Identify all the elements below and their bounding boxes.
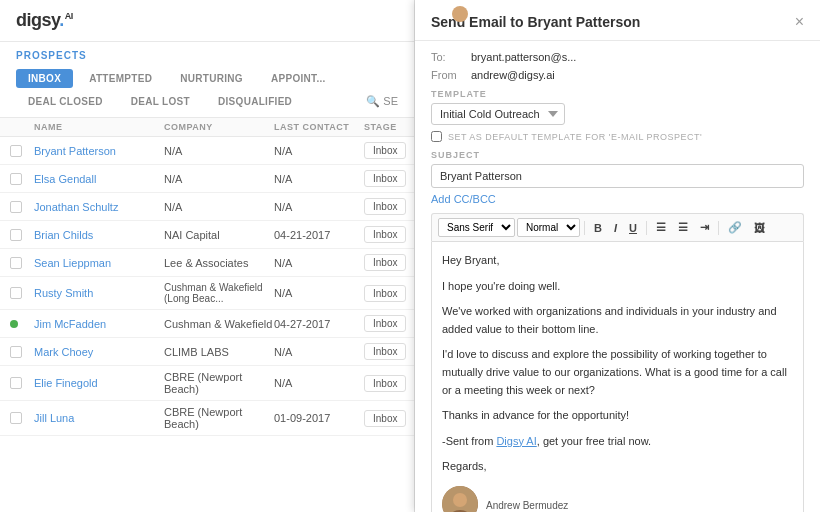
table-row: Elie Finegold CBRE (Newport Beach) N/A I… bbox=[0, 366, 414, 401]
editor-toolbar: Sans Serif Normal B I U ☰ ☰ ⇥ 🔗 🖼 bbox=[431, 213, 804, 241]
row-checkbox[interactable] bbox=[10, 377, 22, 389]
tab-row-2: DEAL CLOSED DEAL LOST DISQUALIFIED 🔍 SE bbox=[16, 92, 398, 111]
tab-disqualified[interactable]: DISQUALIFIED bbox=[206, 92, 304, 111]
prospect-company: CBRE (Newport Beach) bbox=[164, 371, 274, 395]
table-row: Mark Choey CLIMB LABS N/A Inbox bbox=[0, 338, 414, 366]
prospect-company: CLIMB LABS bbox=[164, 346, 274, 358]
row-checkbox[interactable] bbox=[10, 229, 22, 241]
link-button[interactable]: 🔗 bbox=[723, 219, 747, 236]
toolbar-divider-2 bbox=[646, 221, 647, 235]
from-label: From bbox=[431, 69, 471, 81]
tab-deal-lost[interactable]: DEAL LOST bbox=[119, 92, 202, 111]
tab-deal-closed[interactable]: DEAL CLOSED bbox=[16, 92, 115, 111]
body-love: I'd love to discuss and explore the poss… bbox=[442, 346, 793, 399]
row-checkbox[interactable] bbox=[10, 257, 22, 269]
font-size-select[interactable]: Normal bbox=[517, 218, 580, 237]
modal-header: Send Email to Bryant Patterson × bbox=[415, 0, 820, 41]
template-section-label: TEMPLATE bbox=[431, 89, 804, 99]
body-sent: -Sent from Digsy AI, get your free trial… bbox=[442, 433, 793, 451]
tab-appointments[interactable]: APPOINT... bbox=[259, 69, 338, 88]
prospect-last-contact: N/A bbox=[274, 201, 364, 213]
row-checkbox[interactable] bbox=[10, 145, 22, 157]
prospect-stage: Inbox bbox=[364, 285, 414, 302]
prospect-company: Cushman & Wakefield (Long Beac... bbox=[164, 282, 274, 304]
default-template-label: SET AS DEFAULT TEMPLATE FOR 'E-MAIL PROS… bbox=[448, 132, 702, 142]
modal-body: To: bryant.patterson@s... From andrew@di… bbox=[415, 41, 820, 512]
prospect-name[interactable]: Bryant Patterson bbox=[34, 145, 164, 157]
subject-section-label: SUBJECT bbox=[431, 150, 804, 160]
th-name: NAME bbox=[34, 122, 164, 132]
default-template-checkbox[interactable] bbox=[431, 131, 442, 142]
th-stage: STAGE bbox=[364, 122, 414, 132]
underline-button[interactable]: U bbox=[624, 220, 642, 236]
from-value: andrew@digsy.ai bbox=[471, 69, 555, 81]
prospect-last-contact: N/A bbox=[274, 377, 364, 389]
row-checkbox[interactable] bbox=[10, 173, 22, 185]
body-greeting: Hey Bryant, bbox=[442, 252, 793, 270]
table-row: Jill Luna CBRE (Newport Beach) 01-09-201… bbox=[0, 401, 414, 436]
close-button[interactable]: × bbox=[795, 14, 804, 30]
prospect-stage: Inbox bbox=[364, 315, 414, 332]
row-checkbox[interactable] bbox=[10, 287, 22, 299]
template-select[interactable]: Initial Cold Outreach bbox=[431, 103, 565, 125]
signature-name: Andrew Bermudez bbox=[486, 498, 568, 512]
prospect-company: Cushman & Wakefield bbox=[164, 318, 274, 330]
prospect-stage: Inbox bbox=[364, 375, 414, 392]
to-field-row: To: bryant.patterson@s... bbox=[431, 51, 804, 63]
bold-button[interactable]: B bbox=[589, 220, 607, 236]
search-icon[interactable]: 🔍 SE bbox=[366, 95, 398, 108]
prospect-name[interactable]: Sean Lieppman bbox=[34, 257, 164, 269]
subject-input[interactable] bbox=[431, 164, 804, 188]
prospect-stage: Inbox bbox=[364, 198, 414, 215]
table-row: Brian Childs NAI Capital 04-21-2017 Inbo… bbox=[0, 221, 414, 249]
prospect-company: N/A bbox=[164, 201, 274, 213]
table-row: Jonathan Schultz N/A N/A Inbox bbox=[0, 193, 414, 221]
prospect-name[interactable]: Jonathan Schultz bbox=[34, 201, 164, 213]
italic-button[interactable]: I bbox=[609, 220, 622, 236]
ordered-list-button[interactable]: ☰ bbox=[673, 219, 693, 236]
tab-nurturing[interactable]: NURTURING bbox=[168, 69, 255, 88]
section-label: PROSPECTS bbox=[16, 50, 398, 61]
indent-button[interactable]: ⇥ bbox=[695, 219, 714, 236]
email-body[interactable]: Hey Bryant, I hope you're doing well. We… bbox=[431, 241, 804, 512]
prospect-last-contact: N/A bbox=[274, 257, 364, 269]
toolbar-divider-3 bbox=[718, 221, 719, 235]
avatar bbox=[442, 486, 478, 512]
prospect-name[interactable]: Mark Choey bbox=[34, 346, 164, 358]
table-row: Sean Lieppman Lee & Associates N/A Inbox bbox=[0, 249, 414, 277]
prospect-stage: Inbox bbox=[364, 170, 414, 187]
table-row: Jim McFadden Cushman & Wakefield 04-27-2… bbox=[0, 310, 414, 338]
table-row: Elsa Gendall N/A N/A Inbox bbox=[0, 165, 414, 193]
prospect-stage: Inbox bbox=[364, 226, 414, 243]
prospect-name[interactable]: Elie Finegold bbox=[34, 377, 164, 389]
font-family-select[interactable]: Sans Serif bbox=[438, 218, 515, 237]
prospect-name[interactable]: Jim McFadden bbox=[34, 318, 164, 330]
nav-tabs: PROSPECTS INBOX ATTEMPTED NURTURING APPO… bbox=[0, 42, 414, 118]
tab-attempted[interactable]: ATTEMPTED bbox=[77, 69, 164, 88]
row-checkbox[interactable] bbox=[10, 346, 22, 358]
prospect-name[interactable]: Rusty Smith bbox=[34, 287, 164, 299]
prospect-last-contact: 04-21-2017 bbox=[274, 229, 364, 241]
row-checkbox[interactable] bbox=[10, 412, 22, 424]
prospect-last-contact: 04-27-2017 bbox=[274, 318, 364, 330]
prospect-company: N/A bbox=[164, 145, 274, 157]
tab-row-1: INBOX ATTEMPTED NURTURING APPOINT... bbox=[16, 69, 398, 88]
template-select-row: Initial Cold Outreach bbox=[431, 103, 804, 125]
signature-area: Andrew Bermudez bbox=[442, 486, 793, 512]
left-panel: digsy.AI PROSPECTS INBOX ATTEMPTED NURTU… bbox=[0, 0, 415, 512]
prospect-company: Lee & Associates bbox=[164, 257, 274, 269]
prospect-stage: Inbox bbox=[364, 254, 414, 271]
prospect-name[interactable]: Elsa Gendall bbox=[34, 173, 164, 185]
tab-inbox[interactable]: INBOX bbox=[16, 69, 73, 88]
image-button[interactable]: 🖼 bbox=[749, 220, 770, 236]
prospect-name[interactable]: Jill Luna bbox=[34, 412, 164, 424]
th-checkbox bbox=[10, 122, 34, 132]
digsy-link[interactable]: Digsy AI bbox=[496, 435, 536, 447]
body-worked: We've worked with organizations and indi… bbox=[442, 303, 793, 338]
add-cc-link[interactable]: Add CC/BCC bbox=[431, 193, 496, 205]
unordered-list-button[interactable]: ☰ bbox=[651, 219, 671, 236]
prospect-stage: Inbox bbox=[364, 343, 414, 360]
app-logo: digsy.AI bbox=[16, 10, 73, 31]
row-checkbox[interactable] bbox=[10, 201, 22, 213]
prospect-name[interactable]: Brian Childs bbox=[34, 229, 164, 241]
